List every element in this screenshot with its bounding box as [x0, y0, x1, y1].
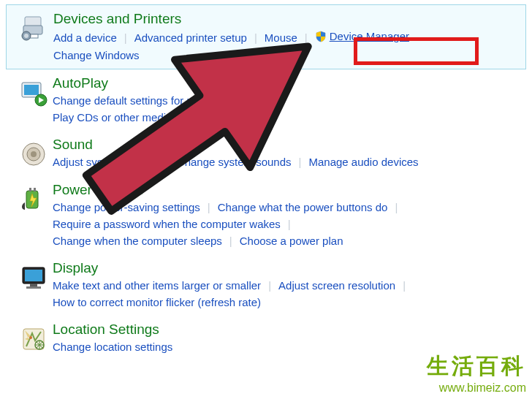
svg-point-10 [31, 151, 37, 157]
link-change-system-sounds[interactable]: Change system sounds [177, 156, 292, 168]
link-change-location[interactable]: Change location settings [53, 341, 172, 353]
section-display: Display Make text and other items larger… [0, 254, 532, 316]
separator: | [395, 201, 398, 213]
svg-rect-17 [26, 286, 41, 289]
heading-devices-printers[interactable]: Devices and Printers [53, 11, 518, 27]
link-device-manager[interactable]: Device Manager [330, 30, 409, 42]
link-mouse[interactable]: Mouse [265, 31, 297, 44]
link-power-saving[interactable]: Change power-saving settings [53, 201, 200, 213]
links-row-2: Change Windows [53, 49, 518, 61]
link-resolution[interactable]: Adjust screen resolution [278, 279, 395, 292]
link-sleep[interactable]: Change when the computer sleeps [53, 235, 222, 247]
links-row-2: Require a password when the computer wak… [53, 218, 525, 230]
links-row-1: Change power-saving settings | Change wh… [53, 201, 525, 213]
autoplay-icon [15, 75, 53, 107]
devices-printers-icon [15, 11, 53, 43]
separator: | [299, 156, 302, 168]
svg-rect-6 [24, 85, 39, 95]
separator: | [305, 31, 308, 44]
link-text-size[interactable]: Make text and other items larger or smal… [53, 279, 261, 292]
links-row: Change default settings for media or dev… [53, 94, 525, 107]
power-options-icon [15, 182, 53, 214]
separator: | [208, 201, 210, 213]
links-row-3: Change when the computer sleeps | Choose… [53, 235, 525, 247]
link-choose-plan[interactable]: Choose a power plan [240, 235, 343, 247]
heading-location-settings[interactable]: Location Settings [53, 322, 525, 338]
separator: | [277, 94, 280, 107]
svg-rect-15 [25, 270, 42, 281]
control-panel-page: Devices and Printers Add a device | Adva… [0, 4, 532, 361]
link-play-cds[interactable]: Play CDs or other media automatically [53, 111, 239, 123]
link-require-password[interactable]: Require a password when the computer wak… [53, 218, 281, 230]
svg-rect-13 [34, 188, 36, 191]
link-monitor-flicker[interactable]: How to correct monitor flicker (refresh … [53, 296, 261, 308]
heading-power-options[interactable]: Power Options [53, 182, 525, 198]
section-autoplay: AutoPlay Change default settings for med… [0, 69, 532, 131]
svg-point-4 [24, 34, 28, 38]
links-row: Adjust system volume | Change system sou… [53, 156, 525, 168]
links-row-2: Play CDs or other media automatically [53, 111, 525, 123]
section-power-options: Power Options Change power-saving settin… [0, 176, 532, 254]
links-row-2: How to correct monitor flicker (refresh … [53, 296, 525, 308]
section-devices-printers: Devices and Printers Add a device | Adva… [6, 4, 526, 69]
sound-icon [15, 137, 53, 169]
link-advanced-printer-setup[interactable]: Advanced printer setup [134, 31, 247, 44]
location-settings-icon [15, 322, 53, 354]
heading-autoplay[interactable]: AutoPlay [53, 75, 525, 91]
section-sound: Sound Adjust system volume | Change syst… [0, 131, 532, 176]
display-icon [15, 260, 53, 292]
links-row-1: Make text and other items larger or smal… [53, 279, 525, 292]
link-device-manager-wrap: Device Manager [315, 30, 409, 45]
link-manage-audio-devices[interactable]: Manage audio devices [308, 156, 418, 168]
svg-rect-12 [29, 188, 31, 191]
separator: | [167, 156, 170, 168]
link-change-default-media[interactable]: Change default settings for media or dev… [53, 94, 270, 107]
link-change-windows[interactable]: Change Windows [53, 49, 140, 61]
separator: | [403, 279, 406, 292]
separator: | [268, 279, 271, 292]
separator: | [254, 31, 257, 44]
separator: | [229, 235, 232, 247]
heading-display[interactable]: Display [53, 260, 525, 276]
watermark-text: 生活百科 [427, 352, 526, 381]
links-row-1: Add a device | Advanced printer setup | … [53, 30, 518, 45]
svg-rect-16 [30, 284, 37, 286]
heading-sound[interactable]: Sound [53, 137, 525, 153]
separator: | [288, 218, 291, 230]
separator: | [124, 31, 127, 44]
link-add-device[interactable]: Add a device [53, 31, 117, 44]
link-power-buttons[interactable]: Change what the power buttons do [218, 201, 388, 213]
uac-shield-icon [315, 31, 327, 45]
link-adjust-volume[interactable]: Adjust system volume [53, 156, 159, 168]
watermark-url: www.bimeiz.com [439, 381, 526, 395]
